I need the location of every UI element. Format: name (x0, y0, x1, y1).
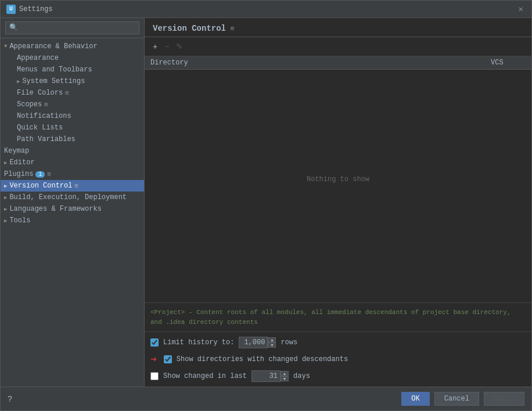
sidebar-item-tools[interactable]: ▶ Tools (1, 215, 144, 226)
sidebar-item-appearance-behavior[interactable]: ▼ Appearance & Behavior (1, 41, 144, 52)
sidebar-item-languages-frameworks[interactable]: ▶ Languages & Frameworks (1, 203, 144, 215)
limit-history-label-before: Limit history to: (163, 338, 234, 347)
option-show-directories: ➜ Show directories with changed descenda… (150, 353, 526, 366)
scope-icon: ⊞ (44, 101, 48, 108)
sidebar-item-label: Scopes (17, 100, 42, 109)
show-changed-label-before: Show changed in last (163, 372, 247, 380)
toolbar: + − ✎ (145, 37, 531, 56)
limit-history-input[interactable] (239, 337, 268, 348)
chevron-right-icon: ▶ (4, 206, 7, 212)
edit-button[interactable]: ✎ (174, 41, 185, 52)
file-icon: ⊞ (65, 89, 69, 96)
sidebar-item-label: Appearance & Behavior (9, 42, 97, 51)
spinner-buttons: ▲ ▼ (268, 337, 276, 348)
sidebar-item-file-colors[interactable]: File Colors ⊞ (1, 87, 144, 99)
spinner-buttons2: ▲ ▼ (281, 371, 289, 381)
sidebar: ▼ Appearance & Behavior Appearance Menus… (1, 18, 145, 387)
plugins-badge: 1 (35, 171, 45, 178)
sidebar-item-version-control[interactable]: ▶ Version Control ⊞ (1, 180, 144, 192)
sidebar-item-label: Build, Execution, Deployment (9, 193, 127, 201)
sidebar-item-label: Keymap (4, 147, 29, 155)
panel-title: Version Control (153, 24, 226, 33)
remove-button[interactable]: − (162, 41, 171, 52)
spinner-up2[interactable]: ▲ (281, 371, 289, 376)
col-vcs: VCS (485, 56, 531, 70)
sidebar-item-label: Version Control (9, 182, 72, 190)
sidebar-item-label: Plugins (4, 170, 33, 178)
ok-button[interactable]: OK (401, 392, 429, 406)
vcs-table-container: Directory VCS Nothing to show (145, 56, 531, 302)
show-directories-checkbox[interactable] (164, 355, 172, 363)
chevron-right-icon: ▶ (17, 78, 20, 85)
spinner-up[interactable]: ▲ (268, 337, 276, 342)
apply-button[interactable]: Apply (484, 392, 524, 406)
arrow-icon: ➜ (150, 353, 157, 366)
sidebar-item-label: Menus and Toolbars (17, 66, 92, 74)
app-icon: U (6, 5, 16, 14)
limit-history-checkbox[interactable] (150, 338, 159, 347)
sidebar-item-path-variables[interactable]: Path Variables (1, 134, 144, 145)
chevron-right-icon: ▶ (4, 183, 7, 189)
sidebar-item-label: System Settings (22, 77, 85, 85)
sidebar-item-label: Languages & Frameworks (9, 205, 101, 213)
footer: ? OK Cancel Apply (1, 387, 531, 410)
chevron-right-icon: ▶ (4, 218, 7, 224)
sidebar-item-label: Appearance (17, 54, 59, 62)
sidebar-item-appearance[interactable]: Appearance (1, 52, 144, 64)
options-section: Limit history to: ▲ ▼ rows ➜ Show direct… (145, 331, 531, 387)
sidebar-item-quick-lists[interactable]: Quick Lists (1, 122, 144, 134)
sidebar-item-label: Path Variables (17, 135, 76, 143)
bottom-info: <Project> - Content roots of all modules… (145, 302, 531, 331)
col-directory: Directory (145, 56, 485, 70)
sidebar-item-notifications[interactable]: Notifications (1, 110, 144, 122)
sidebar-item-system-settings[interactable]: ▶ System Settings (1, 75, 144, 87)
plugins-icon: ⊞ (47, 171, 51, 178)
sidebar-item-label: Editor (9, 158, 34, 167)
show-directories-label: Show directories with changed descendant… (177, 355, 348, 363)
panel-icon: ⊞ (231, 25, 234, 32)
limit-history-label-after: rows (281, 338, 297, 347)
help-button[interactable]: ? (8, 394, 12, 403)
right-panel: Version Control ⊞ + − ✎ Directory VCS (145, 18, 531, 387)
empty-message: Nothing to show (307, 175, 369, 183)
sidebar-item-scopes[interactable]: Scopes ⊞ (1, 99, 144, 110)
spinner-down[interactable]: ▼ (268, 342, 276, 348)
add-button[interactable]: + (150, 41, 160, 52)
settings-window: U Settings ✕ ▼ Appearance & Behavior App… (0, 0, 532, 411)
search-box (1, 18, 144, 38)
sidebar-item-label: File Colors (17, 89, 63, 97)
limit-history-spinner: ▲ ▼ (239, 337, 276, 348)
chevron-down-icon: ▼ (4, 44, 7, 49)
chevron-right-icon: ▶ (4, 160, 7, 166)
panel-header: Version Control ⊞ (145, 18, 531, 37)
sidebar-tree: ▼ Appearance & Behavior Appearance Menus… (1, 38, 144, 387)
main-content: ▼ Appearance & Behavior Appearance Menus… (1, 18, 531, 387)
title-bar: U Settings ✕ (1, 1, 531, 18)
sidebar-item-plugins[interactable]: Plugins 1 ⊞ (1, 168, 144, 180)
search-input[interactable] (5, 21, 139, 34)
info-text: <Project> - Content roots of all modules… (150, 309, 511, 326)
sidebar-item-keymap[interactable]: Keymap (1, 145, 144, 157)
show-changed-checkbox[interactable] (150, 372, 159, 380)
sidebar-item-label: Quick Lists (17, 124, 63, 132)
sidebar-item-editor[interactable]: ▶ Editor (1, 157, 144, 168)
cancel-button[interactable]: Cancel (434, 392, 479, 406)
sidebar-item-label: Notifications (17, 112, 71, 120)
chevron-right-icon: ▶ (4, 194, 7, 201)
sidebar-item-label: Tools (9, 217, 30, 225)
show-changed-spinner: ▲ ▼ (251, 370, 289, 382)
sidebar-item-menus-toolbars[interactable]: Menus and Toolbars (1, 64, 144, 75)
spinner-down2[interactable]: ▼ (281, 376, 289, 381)
vc-icon: ⊞ (74, 182, 78, 189)
option-show-changed: Show changed in last ▲ ▼ days (150, 370, 526, 382)
option-limit-history: Limit history to: ▲ ▼ rows (150, 337, 526, 348)
close-button[interactable]: ✕ (516, 4, 526, 14)
show-changed-input[interactable] (251, 370, 281, 382)
vcs-table: Directory VCS (145, 56, 531, 70)
window-title: Settings (19, 5, 516, 13)
show-changed-label-after: days (293, 372, 310, 380)
sidebar-item-build-execution[interactable]: ▶ Build, Execution, Deployment (1, 192, 144, 203)
